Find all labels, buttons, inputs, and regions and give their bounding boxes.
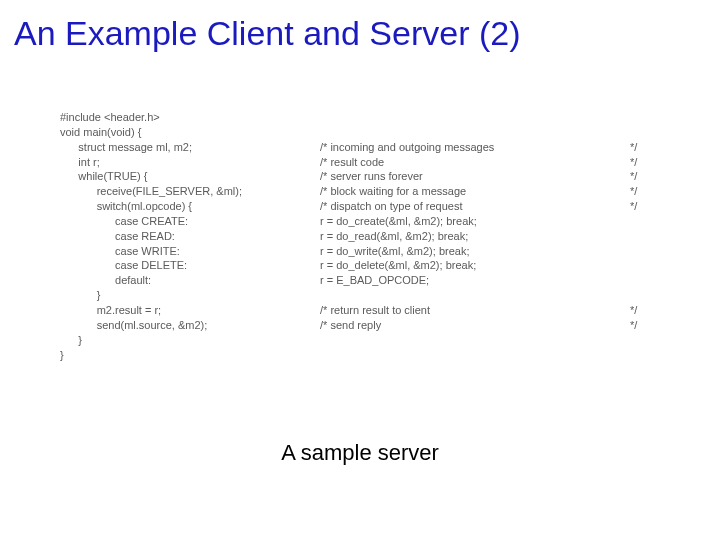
code-row: while(TRUE) {/* server runs forever*/ [60, 169, 675, 184]
code-comment: /* server runs forever [320, 169, 630, 184]
code-comment: r = do_write(&ml, &m2); break; [320, 244, 630, 259]
code-text: receive(FILE_SERVER, &ml); [60, 184, 320, 199]
code-row: } [60, 348, 675, 363]
code-comment-end [630, 214, 660, 229]
code-comment-end: */ [630, 184, 660, 199]
code-row: switch(ml.opcode) {/* dispatch on type o… [60, 199, 675, 214]
code-comment-end [630, 125, 660, 140]
code-row: case READ:r = do_read(&ml, &m2); break; [60, 229, 675, 244]
code-comment: /* block waiting for a message [320, 184, 630, 199]
slide-title: An Example Client and Server (2) [14, 14, 706, 53]
code-comment-end [630, 110, 660, 125]
code-comment: /* dispatch on type of request [320, 199, 630, 214]
code-text: switch(ml.opcode) { [60, 199, 320, 214]
code-comment-end [630, 288, 660, 303]
code-row: case CREATE:r = do_create(&ml, &m2); bre… [60, 214, 675, 229]
code-comment-end [630, 333, 660, 348]
code-comment [320, 288, 630, 303]
code-text: default: [60, 273, 320, 288]
code-comment-end: */ [630, 318, 660, 333]
code-text: struct message ml, m2; [60, 140, 320, 155]
code-text: case CREATE: [60, 214, 320, 229]
code-text: send(ml.source, &m2); [60, 318, 320, 333]
code-text: } [60, 333, 320, 348]
code-row: m2.result = r;/* return result to client… [60, 303, 675, 318]
code-text: case DELETE: [60, 258, 320, 273]
code-text: #include <header.h> [60, 110, 320, 125]
code-comment [320, 125, 630, 140]
code-row: case DELETE:r = do_delete(&ml, &m2); bre… [60, 258, 675, 273]
code-comment: r = do_create(&ml, &m2); break; [320, 214, 630, 229]
code-comment-end: */ [630, 303, 660, 318]
code-comment: /* return result to client [320, 303, 630, 318]
slide-caption: A sample server [0, 440, 720, 466]
code-text: while(TRUE) { [60, 169, 320, 184]
code-text: } [60, 348, 320, 363]
code-row: receive(FILE_SERVER, &ml);/* block waiti… [60, 184, 675, 199]
code-comment: r = do_delete(&ml, &m2); break; [320, 258, 630, 273]
code-row: } [60, 288, 675, 303]
code-comment-end: */ [630, 155, 660, 170]
code-comment-end [630, 348, 660, 363]
code-row: default:r = E_BAD_OPCODE; [60, 273, 675, 288]
slide: An Example Client and Server (2) #includ… [0, 0, 720, 540]
code-row: void main(void) { [60, 125, 675, 140]
code-row: #include <header.h> [60, 110, 675, 125]
code-comment-end: */ [630, 169, 660, 184]
code-text: case READ: [60, 229, 320, 244]
code-comment: r = E_BAD_OPCODE; [320, 273, 630, 288]
code-comment: /* send reply [320, 318, 630, 333]
code-comment-end [630, 244, 660, 259]
code-comment-end: */ [630, 199, 660, 214]
code-comment-end [630, 229, 660, 244]
code-comment-end: */ [630, 140, 660, 155]
code-comment [320, 333, 630, 348]
code-row: struct message ml, m2;/* incoming and ou… [60, 140, 675, 155]
code-text: m2.result = r; [60, 303, 320, 318]
code-row: send(ml.source, &m2);/* send reply*/ [60, 318, 675, 333]
code-text: case WRITE: [60, 244, 320, 259]
code-row: int r;/* result code*/ [60, 155, 675, 170]
code-row: } [60, 333, 675, 348]
code-comment-end [630, 258, 660, 273]
code-comment-end [630, 273, 660, 288]
code-comment: /* incoming and outgoing messages [320, 140, 630, 155]
code-block: #include <header.h> void main(void) { st… [60, 110, 675, 362]
code-text: } [60, 288, 320, 303]
code-comment: r = do_read(&ml, &m2); break; [320, 229, 630, 244]
code-text: int r; [60, 155, 320, 170]
code-comment [320, 110, 630, 125]
code-comment: /* result code [320, 155, 630, 170]
code-comment [320, 348, 630, 363]
code-text: void main(void) { [60, 125, 320, 140]
code-row: case WRITE:r = do_write(&ml, &m2); break… [60, 244, 675, 259]
